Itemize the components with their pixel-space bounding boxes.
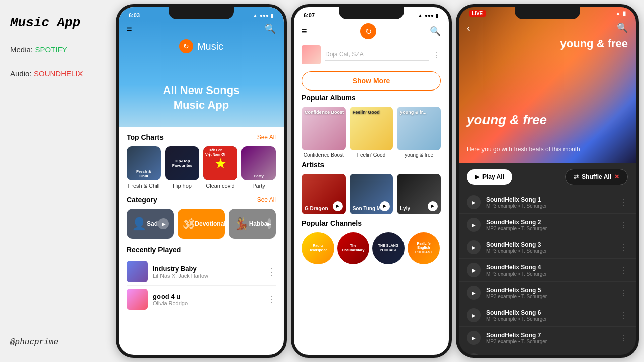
shuffle-all-label: Shuffle All (582, 173, 611, 180)
list-item[interactable]: THE SLANGPODCAST (372, 232, 405, 264)
search-icon[interactable]: 🔍 (430, 26, 441, 37)
list-item[interactable]: young & fr... young & free (397, 107, 441, 158)
wifi-icon: ▲ (615, 10, 621, 17)
logo-icon: ↻ (179, 39, 193, 53)
search-icon[interactable]: 🔍 (265, 23, 276, 34)
category-title: Category (127, 196, 157, 204)
phone1-header: ≡ 🔍 ↻ Music All New Songs Music App (119, 21, 284, 127)
more-options-button[interactable]: ⋮ (433, 50, 441, 60)
artists-header: Artists (302, 161, 441, 169)
list-item[interactable]: 👤 Sad ▶ (127, 209, 174, 239)
list-item[interactable]: Son Tung MTP ▶ (350, 174, 393, 214)
more-options-button[interactable]: ⋮ (620, 311, 628, 320)
song-thumbnail (127, 261, 148, 282)
list-item[interactable]: ▶ SoundHelix Song 3 MP3 example • T. Sch… (459, 236, 636, 259)
list-item[interactable]: Lyly ▶ (397, 174, 441, 214)
albums-row: Confidence Boost Confidence Boost Feelin… (302, 107, 441, 158)
artist-name: G Dragon (305, 206, 328, 211)
list-item[interactable]: Hip-HopFavourites Hip hop (165, 146, 199, 189)
play-all-button[interactable]: ▶ Play All (467, 169, 512, 185)
list-item[interactable]: Feelin' Good Feelin' Good (350, 107, 393, 158)
cat-icon: 👤 (132, 217, 147, 231)
phone2-notch (339, 7, 404, 19)
battery-icon: ▮ (271, 13, 274, 18)
phone3-status-icons: ▲ ▮ (615, 10, 626, 17)
play-button[interactable]: ▶ (467, 308, 481, 322)
play-button[interactable]: ▶ (158, 218, 169, 229)
song-meta: MP3 example • T. Schürger (486, 339, 615, 344)
list-item[interactable]: ▶ SoundHelix Song 8 MP3 example • T. Sch… (459, 349, 636, 358)
channels-row: RadioHeadspace TheDocumentary THE SLANGP… (302, 232, 441, 264)
more-options-button[interactable]: ⋮ (620, 333, 628, 343)
play-button[interactable]: ▶ (467, 263, 481, 277)
more-options-button[interactable]: ⋮ (620, 356, 628, 358)
play-button[interactable]: ▶ (467, 195, 481, 209)
more-options-button[interactable]: ⋮ (620, 288, 628, 298)
phone2-search-area: Doja Cat, SZA ⋮ (294, 43, 449, 68)
list-item[interactable]: TheDocumentary (337, 232, 369, 264)
album-label: Feelin' Good (350, 152, 393, 158)
phone1-status-icons: ▲ ●●● ▮ (253, 13, 274, 18)
play-button[interactable]: ▶ (467, 286, 481, 300)
list-item[interactable]: 🕉 Devotional ▶ (178, 209, 224, 239)
shuffle-all-button[interactable]: ⇄ Shuffle All ✕ (565, 169, 628, 185)
category-header: Category See All (127, 196, 276, 204)
phone2-time: 6:07 (304, 12, 315, 18)
song-details: SoundHelix Song 3 MP3 example • T. Schür… (486, 241, 615, 254)
see-all-charts[interactable]: See All (257, 134, 276, 141)
play-button[interactable]: ▶ (467, 218, 481, 232)
song-details: SoundHelix Song 1 MP3 example • T. Schür… (486, 196, 615, 209)
list-item[interactable]: ▶ SoundHelix Song 2 MP3 example • T. Sch… (459, 214, 636, 236)
logo-icon: ↻ (360, 23, 376, 39)
play-button[interactable]: ▶ (467, 240, 481, 254)
play-button[interactable]: ▶ (333, 201, 343, 211)
song-title: SoundHelix Song 3 (486, 241, 615, 248)
menu-icon[interactable]: ≡ (302, 26, 307, 37)
list-item[interactable]: RealLifeEnglishPODCAST (408, 232, 440, 264)
list-item[interactable]: 💃 Habba ▶ (229, 209, 276, 239)
play-button[interactable]: ▶ (428, 201, 438, 211)
recent-song-info: good 4 u Olivia Rodrigo (153, 293, 262, 306)
more-options-button[interactable]: ⋮ (620, 243, 628, 252)
show-more-button[interactable]: Show More (302, 71, 441, 90)
list-item[interactable]: Fresh &Chill Fresh & Chill (127, 146, 161, 189)
list-item[interactable]: ★ Tiến LênViệt Nam Ơi Clean covid (203, 146, 237, 189)
play-button[interactable]: ▶ (380, 201, 390, 211)
list-item[interactable]: ▶ SoundHelix Song 6 MP3 example • T. Sch… (459, 304, 636, 327)
list-item[interactable]: ▶ SoundHelix Song 1 MP3 example • T. Sch… (459, 191, 636, 214)
more-options-button[interactable]: ⋮ (620, 220, 628, 230)
list-item[interactable]: ▶ SoundHelix Song 4 MP3 example • T. Sch… (459, 259, 636, 282)
menu-icon[interactable]: ≡ (127, 24, 132, 34)
album-title-overlay: Confidence Boost (305, 110, 344, 115)
list-item[interactable]: Industry Baby Lil Nas X, Jack Harlow ⋮ (127, 258, 276, 286)
search-icon[interactable]: 🔍 (617, 22, 628, 34)
back-button[interactable]: ‹ (467, 22, 470, 34)
top-charts-title: Top Charts (127, 133, 164, 141)
more-options-button[interactable]: ⋮ (267, 294, 276, 305)
song-details: SoundHelix Song 5 MP3 example • T. Schür… (486, 287, 615, 299)
play-button[interactable]: ▶ (467, 331, 481, 345)
list-item[interactable]: Confidence Boost Confidence Boost (302, 107, 346, 158)
more-options-button[interactable]: ⋮ (620, 265, 628, 275)
see-all-category[interactable]: See All (257, 196, 276, 203)
social-handle: @phucprime (10, 338, 101, 347)
battery-icon: ▮ (436, 13, 439, 18)
more-options-button[interactable]: ⋮ (620, 198, 628, 207)
chart-label: Hip hop (165, 183, 199, 189)
sidebar: Music App Media: SPOTIFY Audio: SOUNDHEL… (0, 0, 111, 362)
play-button[interactable]: ▶ (267, 218, 271, 229)
shuffle-icon: ⇄ (574, 173, 579, 180)
channel-name: RealLifeEnglishPODCAST (413, 240, 434, 256)
list-item[interactable]: RadioHeadspace (302, 232, 334, 264)
more-options-button[interactable]: ⋮ (267, 266, 276, 277)
list-item[interactable]: ▶ SoundHelix Song 7 MP3 example • T. Sch… (459, 327, 636, 349)
list-item[interactable]: G Dragon ▶ (302, 174, 346, 214)
list-item[interactable]: good 4 u Olivia Rodrigo ⋮ (127, 286, 276, 313)
song-thumbnail (127, 289, 148, 310)
list-item[interactable]: ▶ SoundHelix Song 5 MP3 example • T. Sch… (459, 282, 636, 304)
channels-title: Popular Channels (302, 219, 362, 227)
artist-name: Lyly (400, 206, 410, 211)
list-item[interactable]: Party Party (242, 146, 276, 189)
charts-row: Fresh &Chill Fresh & Chill Hip-HopFavour… (127, 146, 276, 189)
play-button[interactable]: ▶ (467, 353, 481, 358)
